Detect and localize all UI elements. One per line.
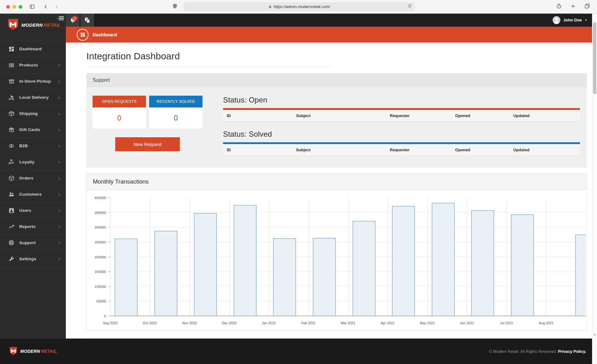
support-status-tables: Status: Open ID Subject Requester Opened…: [223, 96, 580, 156]
chevron-right-icon: ›: [58, 175, 60, 181]
chevron-right-icon: ›: [58, 127, 60, 132]
footer-brand-logo[interactable]: MODERNRETAIL: [9, 347, 57, 356]
minimize-window-button[interactable]: [12, 5, 16, 9]
open-requests-label[interactable]: OPEN REQUESTS: [93, 96, 146, 107]
screen: https://admin.modernretail.com/: [0, 0, 597, 364]
back-icon[interactable]: [43, 4, 48, 9]
bar-sep-2020: [115, 239, 138, 316]
sidebar-item-label: Products: [19, 63, 38, 67]
column-header: Opened: [451, 110, 509, 121]
close-window-button[interactable]: [6, 5, 10, 9]
sidebar-item-support[interactable]: Support ›: [0, 235, 66, 251]
modern-retail-m-logo-icon: [7, 18, 19, 31]
recently-solved-card[interactable]: RECENTLY SOLVED 0: [149, 96, 203, 129]
reload-icon[interactable]: [408, 4, 412, 9]
url-bar[interactable]: https://admin.modernretail.com/: [184, 2, 415, 11]
gift-icon: [8, 126, 15, 133]
footer-brand-name: MODERNRETAIL: [20, 349, 57, 354]
vertical-scrollbar[interactable]: ▼: [592, 13, 597, 364]
brand-logo[interactable]: MODERNRETAIL: [0, 13, 66, 31]
open-requests-count: 0: [93, 107, 146, 129]
sidebar-item-gift-cards[interactable]: Gift Cards ›: [0, 122, 66, 138]
new-tab-icon[interactable]: [570, 3, 576, 10]
recently-solved-label[interactable]: RECENTLY SOLVED: [149, 96, 203, 107]
table-header-row: ID Subject Requester Opened Updated: [223, 144, 580, 156]
bar-feb-2021: [313, 238, 336, 316]
chevron-right-icon: ›: [58, 224, 60, 229]
two-people-icon: [8, 191, 15, 198]
sidebar-item-label: Orders: [19, 176, 33, 180]
notification-badge: 1: [72, 16, 78, 20]
sidebar-item-dashboard[interactable]: Dashboard: [0, 41, 66, 57]
sidebar-item-shipping[interactable]: Shipping ›: [0, 106, 66, 122]
scroll-down-arrow-icon[interactable]: ▼: [592, 334, 597, 336]
sidebar-collapse-toggle[interactable]: ‹: [57, 16, 64, 20]
sidebar-item-users[interactable]: Users ›: [0, 202, 66, 219]
topbar: 1 John Doe ▼: [66, 13, 592, 27]
bar-oct-2020: [154, 231, 177, 316]
notifications-tab[interactable]: 1: [66, 13, 80, 27]
sidebar-panel-icon[interactable]: [29, 4, 35, 10]
bar-aug-2021: [575, 234, 586, 316]
delivery-scooter-icon: [8, 94, 15, 101]
chevron-right-icon: ›: [58, 143, 60, 148]
new-request-button[interactable]: New Request: [115, 137, 180, 151]
sidebar-item-loyalty[interactable]: Loyalty ›: [0, 154, 66, 170]
sidebar-item-products[interactable]: Products ›: [0, 57, 66, 73]
package-box-icon: [8, 110, 15, 117]
sidebar-item-local-delivery[interactable]: Local Delivery ›: [0, 89, 66, 106]
sidebar-item-b2b[interactable]: B2B ›: [0, 138, 66, 154]
x-axis: Sep 2020Oct 2020Nov 2020Dec 2020Jan 2021…: [110, 321, 586, 326]
brand-name: MODERNRETAIL: [21, 22, 61, 28]
bar-apr-2021: [392, 206, 415, 316]
barcode-icon: [8, 62, 15, 68]
support-stats: OPEN REQUESTS 0 RECENTLY SOLVED 0 New Re…: [93, 96, 203, 151]
user-menu[interactable]: John Doe ▼: [547, 13, 592, 27]
sidebar-item-in-store-pickup[interactable]: In-Store Pickup ›: [0, 73, 66, 89]
column-header: Updated: [510, 110, 580, 121]
recently-solved-count: 0: [149, 107, 203, 129]
people-group-icon: [8, 143, 15, 149]
chevron-right-icon: ›: [58, 62, 60, 68]
chevron-right-icon: ›: [58, 208, 60, 213]
support-panel-body: OPEN REQUESTS 0 RECENTLY SOLVED 0 New Re…: [86, 87, 587, 168]
pages-icon: [84, 17, 91, 24]
zoom-window-button[interactable]: [19, 5, 22, 9]
chevron-left-icon: ‹: [57, 16, 58, 20]
sidebar-item-orders[interactable]: Orders ›: [0, 170, 66, 186]
wrench-icon: [8, 256, 15, 262]
tab-overview-icon[interactable]: [584, 3, 590, 10]
privacy-shield-icon[interactable]: [172, 3, 178, 11]
bar-may-2021: [432, 203, 455, 316]
footer: MODERNRETAIL © Modern Retail, All Rights…: [0, 339, 592, 364]
person-badge-icon: [8, 207, 15, 214]
copyright-text: © Modern Retail, All Rights Reserved.: [489, 349, 557, 354]
sidebar-item-reports[interactable]: Reports ›: [0, 219, 66, 235]
table-header-row: ID Subject Requester Opened Updated: [223, 110, 580, 122]
browser-toolbar-right: [556, 0, 590, 13]
forward-icon[interactable]: [54, 4, 59, 9]
chevron-right-icon: ›: [58, 79, 60, 84]
browser-chrome: https://admin.modernretail.com/: [0, 0, 597, 14]
status-open-table: ID Subject Requester Opened Updated: [223, 108, 580, 122]
column-header: ID: [223, 110, 292, 121]
sidebar-item-customers[interactable]: Customers ›: [0, 186, 66, 202]
trend-line-icon: [8, 223, 15, 230]
window-controls: [6, 5, 22, 9]
sidebar-item-settings[interactable]: Settings ›: [0, 251, 66, 267]
privacy-policy-link[interactable]: Privacy Policy.: [558, 349, 586, 354]
support-panel-header: Support: [86, 73, 587, 87]
status-solved-title: Status: Solved: [223, 130, 580, 139]
sidebar-item-label: Reports: [19, 224, 35, 229]
avatar: [552, 16, 561, 24]
chevron-right-icon: ›: [58, 159, 60, 165]
scrollbar-thumb[interactable]: [593, 22, 596, 94]
sidebar-item-label: Users: [19, 208, 31, 213]
open-requests-card[interactable]: OPEN REQUESTS 0: [93, 96, 146, 129]
plot-area: [110, 198, 586, 316]
bar-jul-2021: [511, 214, 534, 316]
pages-tab[interactable]: [80, 13, 94, 27]
sidebar-item-label: In-Store Pickup: [19, 79, 51, 84]
column-header: ID: [223, 144, 292, 156]
share-icon[interactable]: [556, 3, 562, 10]
